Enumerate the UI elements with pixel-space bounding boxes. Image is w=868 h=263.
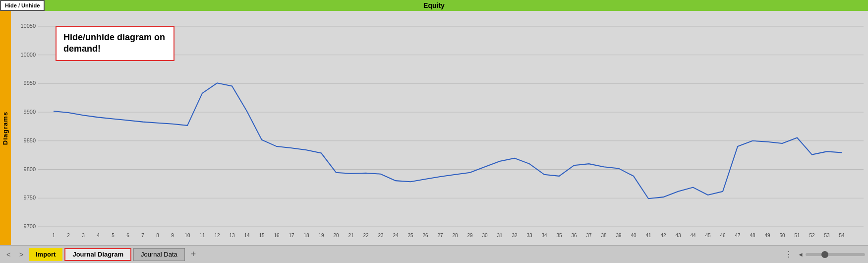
chart-title: Equity — [423, 1, 445, 9]
svg-text:41: 41 — [645, 232, 651, 238]
svg-text:20: 20 — [333, 232, 339, 238]
svg-text:28: 28 — [452, 232, 458, 238]
svg-text:9900: 9900 — [24, 109, 36, 115]
svg-text:6: 6 — [126, 232, 129, 238]
svg-text:7: 7 — [141, 232, 144, 238]
svg-text:18: 18 — [303, 232, 309, 238]
svg-text:25: 25 — [407, 232, 413, 238]
svg-text:3: 3 — [82, 232, 85, 238]
svg-text:44: 44 — [690, 232, 695, 238]
svg-text:38: 38 — [601, 232, 606, 238]
sidebar-label: Diagrams — [2, 111, 9, 144]
svg-text:31: 31 — [497, 232, 502, 238]
sidebar: Diagrams — [0, 11, 11, 245]
scroll-slider[interactable] — [806, 253, 865, 256]
more-button[interactable]: ⋮ — [782, 250, 796, 259]
svg-text:48: 48 — [750, 232, 755, 238]
svg-text:52: 52 — [809, 232, 814, 238]
nav-prev-button[interactable]: < — [3, 249, 14, 260]
svg-text:27: 27 — [437, 232, 443, 238]
bottom-bar: < > Import Journal Diagram Journal Data … — [0, 245, 868, 263]
svg-text:46: 46 — [720, 232, 725, 238]
svg-text:49: 49 — [764, 232, 770, 238]
top-bar: Hide / Unhide Equity — [0, 0, 868, 11]
svg-text:29: 29 — [467, 232, 472, 238]
svg-text:14: 14 — [244, 232, 249, 238]
svg-text:2: 2 — [67, 232, 70, 238]
svg-text:9950: 9950 — [24, 80, 36, 86]
svg-text:9800: 9800 — [24, 166, 36, 172]
svg-text:1: 1 — [52, 232, 55, 238]
svg-text:24: 24 — [393, 232, 398, 238]
svg-text:21: 21 — [348, 232, 353, 238]
svg-text:47: 47 — [735, 232, 740, 238]
svg-text:26: 26 — [422, 232, 428, 238]
svg-text:16: 16 — [274, 232, 279, 238]
svg-text:22: 22 — [363, 232, 368, 238]
svg-text:5: 5 — [112, 232, 115, 238]
svg-text:23: 23 — [378, 232, 383, 238]
svg-text:51: 51 — [794, 232, 800, 238]
svg-text:13: 13 — [229, 232, 234, 238]
svg-text:4: 4 — [97, 232, 100, 238]
svg-text:10000: 10000 — [20, 52, 36, 58]
svg-text:8: 8 — [156, 232, 159, 238]
svg-text:10050: 10050 — [20, 23, 36, 29]
svg-text:15: 15 — [259, 232, 264, 238]
add-tab-button[interactable]: + — [187, 249, 200, 260]
svg-text:50: 50 — [779, 232, 785, 238]
chart-area: 10050 10000 9950 9900 9850 9800 9750 970… — [11, 11, 868, 245]
tooltip-text: Hide/unhide diagram on demand! — [63, 32, 165, 54]
svg-text:45: 45 — [705, 232, 710, 238]
nav-next-button[interactable]: > — [16, 249, 27, 260]
svg-text:11: 11 — [199, 232, 205, 238]
svg-text:9: 9 — [171, 232, 174, 238]
svg-text:9850: 9850 — [24, 137, 36, 143]
svg-text:43: 43 — [675, 232, 681, 238]
svg-text:19: 19 — [318, 232, 324, 238]
import-button[interactable]: Import — [29, 248, 62, 261]
slider-container: ◄ — [798, 251, 865, 258]
svg-text:53: 53 — [824, 232, 829, 238]
svg-text:12: 12 — [214, 232, 220, 238]
svg-text:42: 42 — [660, 232, 666, 238]
svg-text:9700: 9700 — [24, 223, 36, 229]
journal-data-tab[interactable]: Journal Data — [133, 248, 185, 261]
svg-text:17: 17 — [289, 232, 294, 238]
journal-diagram-tab[interactable]: Journal Diagram — [64, 248, 131, 261]
svg-text:33: 33 — [526, 232, 532, 238]
slider-left-arrow: ◄ — [798, 251, 804, 258]
svg-text:40: 40 — [631, 232, 636, 238]
svg-text:54: 54 — [839, 232, 844, 238]
svg-text:35: 35 — [556, 232, 562, 238]
svg-text:36: 36 — [571, 232, 577, 238]
svg-text:10: 10 — [184, 232, 190, 238]
svg-text:34: 34 — [541, 232, 547, 238]
svg-text:37: 37 — [586, 232, 591, 238]
svg-text:30: 30 — [482, 232, 487, 238]
svg-text:32: 32 — [512, 232, 517, 238]
tooltip-box: Hide/unhide diagram on demand! — [56, 26, 174, 61]
hide-unhide-button[interactable]: Hide / Unhide — [0, 0, 45, 11]
svg-text:9750: 9750 — [24, 195, 36, 200]
svg-text:39: 39 — [616, 232, 621, 238]
